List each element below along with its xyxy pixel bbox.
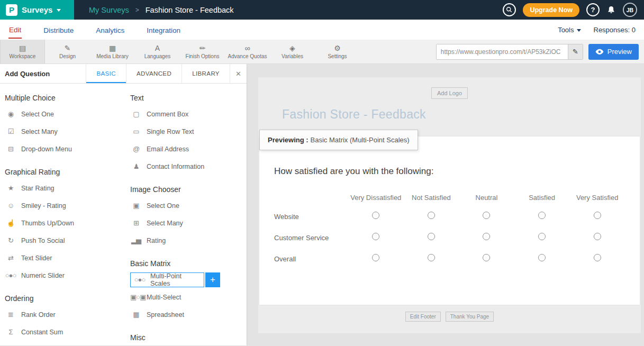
question-type-label: Drop-down Menu	[21, 145, 72, 153]
radio-overall-not-satisfied[interactable]	[428, 254, 435, 261]
survey-preview-title[interactable]: Fashion Store - Feedback	[282, 107, 641, 122]
matrix-cell	[514, 233, 570, 242]
radio-website-satisfied[interactable]	[538, 212, 546, 219]
question-type-label: Thumbs Up/Down	[21, 220, 74, 227]
help-icon[interactable]: ?	[586, 3, 600, 16]
question-type-text-comment-box[interactable]: ▢Comment Box	[130, 105, 247, 123]
question-type-text-single-row-text[interactable]: ▭Single Row Text	[130, 123, 247, 140]
question-type-image-chooser-select-one[interactable]: ▣Select One	[130, 197, 247, 214]
nav-tab-edit[interactable]: Edit	[8, 21, 22, 39]
question-type-multiple-choice-select-many[interactable]: ☑Select Many	[5, 123, 130, 140]
radio-customer-service-very-dissatisfied[interactable]	[372, 233, 379, 240]
question-type-basic-matrix-multi-point-scales[interactable]: ○●○Multi-Point Scales	[130, 272, 204, 287]
breadcrumb-my-surveys[interactable]: My Surveys	[89, 6, 129, 14]
star-rating-icon: ★	[5, 184, 16, 192]
edit-footer-button[interactable]: Edit Footer	[405, 312, 441, 322]
toolbar-item-label: Languages	[144, 53, 171, 59]
radio-customer-service-not-satisfied[interactable]	[428, 233, 435, 240]
question-type-graphical-rating-numeric-slider[interactable]: ○●○Numeric Slider	[5, 267, 130, 284]
survey-url-input[interactable]	[437, 44, 568, 59]
section-heading-multiple-choice: Multiple Choice	[5, 94, 130, 102]
question-type-ordering-rank-order[interactable]: ≣Rank Order	[5, 306, 130, 323]
matrix-cell	[404, 254, 459, 263]
question-type-graphical-rating-thumbs-up-down[interactable]: ☝Thumbs Up/Down	[5, 214, 130, 232]
question-type-image-chooser-rating[interactable]: ▂▅Rating	[130, 232, 247, 249]
panel-tab-advanced[interactable]: ADVANCED	[126, 64, 182, 83]
matrix-cell	[348, 254, 404, 263]
add-question-plus-button[interactable]: +	[205, 272, 220, 287]
toolbar-item-label: Finish Options	[186, 53, 220, 59]
question-type-basic-matrix-spreadsheet[interactable]: ▦Spreadsheet	[130, 306, 247, 323]
question-type-label: Text Slider	[21, 254, 52, 262]
question-type-label: Select Many	[21, 128, 58, 135]
comment-box-icon: ▢	[130, 110, 142, 118]
panel-tab-basic[interactable]: BASIC	[86, 64, 126, 83]
close-icon[interactable]: ✕	[230, 64, 247, 83]
radio-website-very-satisfied[interactable]	[594, 212, 601, 219]
question-type-multiple-choice-drop-down-menu[interactable]: ⊟Drop-down Menu	[5, 140, 130, 158]
radio-overall-satisfied[interactable]	[538, 254, 546, 261]
question-card: How satisfied are you with the following…	[259, 136, 640, 305]
panel-tab-library[interactable]: LIBRARY	[182, 64, 230, 83]
multi-point-scales-icon: ○●○	[134, 276, 146, 284]
add-question-panel: Add Question BASICADVANCEDLIBRARY ✕ Mult…	[0, 64, 247, 345]
radio-website-not-satisfied[interactable]	[428, 212, 435, 219]
question-type-text-email-address[interactable]: @Email Address	[130, 140, 247, 158]
radio-overall-very-dissatisfied[interactable]	[372, 254, 379, 261]
preview-button[interactable]: Preview	[588, 44, 639, 60]
question-type-graphical-rating-push-to-social[interactable]: ↻Push To Social	[5, 232, 130, 249]
radio-overall-very-satisfied[interactable]	[594, 254, 601, 261]
nav-tab-distribute[interactable]: Distribute	[43, 22, 74, 38]
question-type-graphical-rating-smiley-rating[interactable]: ☺Smiley - Rating	[5, 197, 130, 214]
thank-you-page-button[interactable]: Thank You Page	[446, 312, 494, 322]
toolbar-item-advance-quotas[interactable]: ∞Advance Quotas	[225, 40, 270, 63]
matrix-row-customer-service: Customer Service	[274, 227, 625, 248]
thumbs-up-down-icon: ☝	[5, 219, 16, 227]
toolbar-item-finish-options[interactable]: ✏Finish Options	[180, 40, 225, 63]
spreadsheet-icon: ▦	[130, 311, 142, 318]
radio-overall-neutral[interactable]	[483, 254, 490, 261]
user-avatar[interactable]: JB	[623, 3, 637, 17]
main-nav: EditDistributeAnalyticsIntegration Tools…	[0, 20, 644, 40]
toolbar-item-design[interactable]: ✎Design	[45, 40, 90, 63]
question-type-graphical-rating-text-slider[interactable]: ⇄Text Slider	[5, 249, 130, 267]
question-type-multiple-choice-select-one[interactable]: ◉Select One	[5, 105, 130, 123]
notifications-bell-icon[interactable]	[606, 5, 616, 15]
add-question-title: Add Question	[0, 64, 86, 83]
section-heading-graphical-rating: Graphical Rating	[5, 168, 130, 176]
question-type-image-chooser-select-many[interactable]: ⊞Select Many	[130, 214, 247, 232]
toolbar-item-settings[interactable]: ⚙Settings	[315, 40, 360, 63]
toolbar-item-workspace[interactable]: ▤Workspace	[0, 40, 45, 63]
toolbar-item-media-library[interactable]: ▦Media Library	[90, 40, 135, 63]
matrix-cell	[404, 233, 459, 242]
breadcrumb: My Surveys > Fashion Store - Feedback	[89, 6, 234, 14]
question-type-graphical-rating-star-rating[interactable]: ★Star Rating	[5, 179, 130, 197]
radio-website-neutral[interactable]	[483, 212, 490, 219]
toolbar-item-label: Media Library	[96, 53, 129, 59]
tools-dropdown[interactable]: Tools	[558, 26, 580, 34]
edit-url-pencil-icon[interactable]: ✎	[568, 44, 583, 60]
question-type-basic-matrix-multi-select[interactable]: ▣○▣Multi-Select	[130, 288, 247, 306]
radio-customer-service-very-satisfied[interactable]	[594, 233, 601, 240]
matrix-column-header-very-satisfied: Very Satisfied	[569, 194, 625, 202]
add-logo-button[interactable]: Add Logo	[431, 87, 468, 99]
responses-count[interactable]: Responses: 0	[594, 26, 636, 34]
matrix-column-header-neutral: Neutral	[459, 194, 514, 202]
toolbar-item-variables[interactable]: ◈Variables	[270, 40, 315, 63]
toolbar-item-languages[interactable]: ALanguages	[135, 40, 180, 63]
question-type-ordering-item[interactable]: ⊞	[5, 341, 130, 345]
radio-website-very-dissatisfied[interactable]	[372, 212, 379, 219]
search-icon[interactable]	[503, 3, 516, 16]
nav-tab-integration[interactable]: Integration	[146, 22, 181, 38]
matrix-row-label: Customer Service	[274, 234, 348, 242]
upgrade-now-button[interactable]: Upgrade Now	[523, 3, 579, 17]
question-type-text-contact-information[interactable]: ♟Contact Information	[130, 158, 247, 175]
radio-customer-service-neutral[interactable]	[483, 233, 490, 240]
nav-tab-analytics[interactable]: Analytics	[95, 22, 125, 38]
radio-customer-service-satisfied[interactable]	[538, 233, 546, 240]
question-type-ordering-constant-sum[interactable]: ΣConstant Sum	[5, 323, 130, 341]
question-text[interactable]: How satisfied are you with the following…	[274, 166, 625, 177]
selected-question-type-row: ○●○Multi-Point Scales+	[130, 271, 247, 288]
matrix-cell	[404, 212, 459, 221]
surveys-product-dropdown[interactable]: P Surveys	[0, 0, 74, 20]
